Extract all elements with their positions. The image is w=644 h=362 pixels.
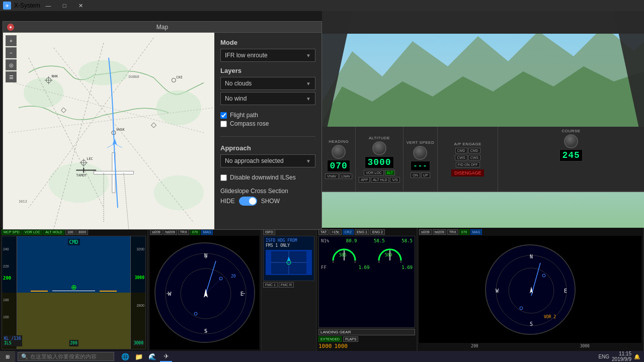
fmc-btn1[interactable]: FMC 1 xyxy=(263,282,278,288)
approach-dropdown[interactable]: No approach selected ▼ xyxy=(220,154,315,167)
taskbar-icon-files[interactable]: 📁 xyxy=(133,351,145,362)
svg-rect-74 xyxy=(94,171,134,174)
clouds-dropdown[interactable]: No clouds ▼ xyxy=(220,77,315,90)
wind-dropdown[interactable]: No wind ▼ xyxy=(220,92,315,105)
disengage-button[interactable]: DISENGAGE xyxy=(451,169,485,176)
taskbar-icon-app1[interactable]: 🌊 xyxy=(146,351,158,362)
cockpit-scene xyxy=(322,11,644,239)
fmc-btn2[interactable]: FMC R xyxy=(279,282,294,288)
taskbar-lang: ENG xyxy=(598,354,609,359)
taskbar-icon-xplane[interactable]: ✈ xyxy=(160,351,172,362)
cmd-indicator: CMD xyxy=(67,239,79,245)
glideslope-hide-label: HIDE xyxy=(220,198,235,205)
on-button[interactable]: ON xyxy=(411,172,420,178)
fd-on-off-button[interactable]: F/D ON OFF xyxy=(456,162,480,167)
alt-button[interactable]: ALT xyxy=(385,170,395,175)
flight-path-checkbox[interactable] xyxy=(220,112,227,119)
nd-display: N S W E 20 xyxy=(154,242,255,343)
nd2-tst-badge: tst209 xyxy=(433,229,446,235)
fmc-row1-label: ISFD HDG FROM xyxy=(266,238,312,243)
taskbar-clock: 11:15 2019/9/9 xyxy=(612,351,631,362)
start-button[interactable]: ⊞ xyxy=(0,351,15,362)
clouds-dropdown-arrow: ▼ xyxy=(306,81,311,86)
svg-text:585: 585 xyxy=(339,253,347,257)
wind-dropdown-arrow: ▼ xyxy=(306,96,311,102)
minimize-button[interactable]: — xyxy=(40,0,56,11)
nd2-trk-badge: TRX xyxy=(447,229,458,235)
svg-text:LEC: LEC xyxy=(87,157,93,161)
course-dial[interactable] xyxy=(564,134,578,148)
speed-ref-kl: KL /136 xyxy=(4,336,21,341)
ecam-temp-badge: +15c xyxy=(330,229,341,235)
altitude-btn-row2: APP ALT HLD V/S xyxy=(359,177,399,183)
approach-dropdown-arrow: ▼ xyxy=(306,158,311,164)
main-area: HEADING 070 VNAV LNAV ALTITUDE 3000 VOR … xyxy=(0,11,644,362)
vs-button[interactable]: V/S xyxy=(390,177,399,183)
nd2-display: N S W E VOR 2 xyxy=(485,244,576,335)
spd-value-badge: 100 xyxy=(65,229,75,235)
mode-selected: IFR low enroute xyxy=(225,52,268,59)
downwind-checkbox[interactable] xyxy=(220,174,227,181)
mode-label: Mode xyxy=(220,39,315,46)
map-canvas[interactable]: + − ◎ ☰ xyxy=(3,33,214,229)
mode-section: Mode IFR low enroute ▼ xyxy=(220,39,315,62)
maximize-button[interactable]: □ xyxy=(56,0,72,11)
map-window: ● Map + − ◎ ☰ xyxy=(3,21,322,230)
map-close-button[interactable]: ● xyxy=(7,24,14,31)
up-button[interactable]: UP xyxy=(421,172,430,178)
mcp-vs-col: VERT SPEED --- ON UP xyxy=(404,127,438,191)
fmc-screen: ISFD HDG FROM FMS 1 ONLY xyxy=(263,236,314,281)
bottom-instruments: MCP SPD VOR LOC ALT HOLD 100 3000 200 24… xyxy=(0,228,644,351)
pfd-alt-tape: 3000 3200 2800 xyxy=(130,236,145,349)
taskbar-system-tray-icon: 🔔 xyxy=(634,354,640,359)
ecam-ff-row: FF 1.69 1.69 xyxy=(321,265,413,270)
pfd-speed-mid2: 180 xyxy=(3,298,9,302)
lnav-button[interactable]: LNAV xyxy=(340,173,353,179)
layers-section: Layers No clouds ▼ No wind ▼ xyxy=(220,67,315,105)
cws1-button[interactable]: CWS xyxy=(455,155,467,160)
titlebar-controls: — □ ✕ xyxy=(40,0,89,11)
svg-text:VHSK: VHSK xyxy=(116,128,125,132)
svg-point-51 xyxy=(154,175,204,211)
close-button[interactable]: ✕ xyxy=(72,0,89,11)
speed-ref-box: KL /136 ILS xyxy=(3,335,22,346)
section-divider xyxy=(220,136,315,137)
heading-dial[interactable] xyxy=(332,145,346,159)
vs-dial[interactable] xyxy=(413,146,427,160)
map-zoom-in-button[interactable]: + xyxy=(6,35,17,46)
map-layers-button[interactable]: ☰ xyxy=(6,71,17,82)
mode-dropdown-arrow: ▼ xyxy=(306,53,311,58)
svg-text:N: N xyxy=(530,254,533,259)
landing-gear-label: LANDING GEAR xyxy=(318,329,415,335)
titlebar: ✈ X-System — □ ✕ xyxy=(0,0,644,11)
ap-engage-label: A/P ENGAGE xyxy=(454,142,481,146)
att-bar-right xyxy=(100,291,117,292)
vor-loc-button[interactable]: VOR LOC xyxy=(364,170,384,175)
alt-hld-button[interactable]: ALT HLD xyxy=(371,177,389,183)
search-input[interactable] xyxy=(30,353,111,359)
map-content: + − ◎ ☰ xyxy=(3,33,321,229)
svg-text:589: 589 xyxy=(385,253,392,257)
horizon-bar-left xyxy=(52,291,96,291)
cws2-button[interactable]: CWS xyxy=(468,155,480,160)
map-title: Map xyxy=(156,24,168,31)
taskbar-icon-browser[interactable]: 🌐 xyxy=(119,351,131,362)
map-center-button[interactable]: ◎ xyxy=(6,59,17,70)
glideslope-toggle[interactable] xyxy=(239,197,257,206)
compass-rose-checkbox[interactable] xyxy=(220,121,227,127)
svg-rect-3 xyxy=(322,11,644,34)
checkbox-section: Flight path Compass rose xyxy=(220,110,315,129)
map-toolbar: + − ◎ ☰ xyxy=(6,35,17,82)
map-zoom-out-button[interactable]: − xyxy=(6,47,17,58)
mode-dropdown[interactable]: IFR low enroute ▼ xyxy=(220,49,315,62)
flight-path-indicator: ⊕ xyxy=(71,283,77,291)
cmd1-button[interactable]: CMD xyxy=(455,148,467,153)
alt-hold-badge: ALT HOLD xyxy=(43,229,64,235)
vnav-button[interactable]: VNAV xyxy=(325,173,339,179)
svg-text:1013: 1013 xyxy=(19,200,27,204)
altitude-dial[interactable] xyxy=(372,141,386,155)
cmd2-button[interactable]: CMD xyxy=(468,148,480,153)
svg-text:VOR 2: VOR 2 xyxy=(544,315,556,319)
nd-trk-label: sl209 xyxy=(150,229,163,235)
app-button[interactable]: APP xyxy=(359,177,370,183)
